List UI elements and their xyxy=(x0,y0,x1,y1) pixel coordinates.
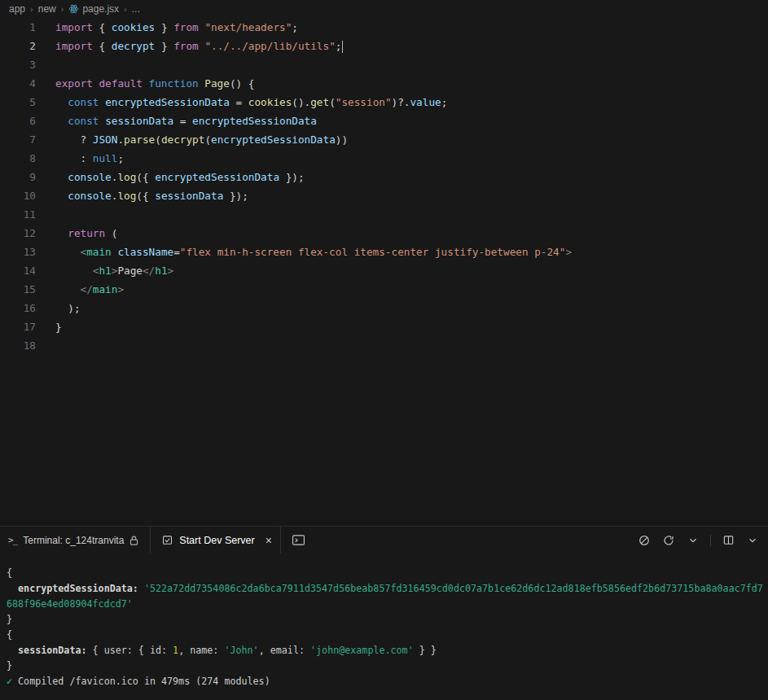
code-line[interactable]: 15 </main> xyxy=(0,280,768,299)
code-token: ; xyxy=(292,21,298,33)
shell-icon xyxy=(292,534,305,546)
code-token: log xyxy=(117,171,136,183)
code-text xyxy=(36,205,55,224)
code-token: ; xyxy=(117,152,124,164)
code-token: }); xyxy=(279,171,305,183)
terminal-tab-start-dev-server[interactable]: Start Dev Server × xyxy=(151,527,281,553)
code-line[interactable]: 12 return ( xyxy=(0,224,768,243)
terminal-line: } xyxy=(7,612,766,628)
code-line[interactable]: 1import { cookies } from "next/headers"; xyxy=(0,18,768,37)
code-token: decrypt xyxy=(112,40,155,52)
code-token: className xyxy=(117,246,173,258)
code-text: ); xyxy=(36,299,81,317)
code-token: ( xyxy=(112,227,118,239)
split-panel-icon[interactable] xyxy=(721,533,735,548)
code-text: } xyxy=(36,317,62,336)
line-number: 3 xyxy=(0,55,36,74)
breadcrumb-item-new[interactable]: new xyxy=(38,3,56,15)
code-token: = xyxy=(230,96,248,108)
code-line[interactable]: 6 const sessionData = encryptedSessionDa… xyxy=(0,112,768,130)
code-token: ; xyxy=(336,40,342,52)
terminal-text: } xyxy=(7,660,12,672)
terminal-text: } xyxy=(7,614,12,625)
code-token: > xyxy=(168,265,174,277)
code-line[interactable]: 5 const encryptedSessionData = cookies()… xyxy=(0,93,768,112)
code-token: )) xyxy=(336,133,348,146)
code-token: main xyxy=(93,283,118,295)
code-token: export xyxy=(55,77,99,90)
code-token: </ xyxy=(81,283,93,295)
code-line[interactable]: 8 : null; xyxy=(0,149,768,168)
terminal-line: encryptedSessionData: '522a72dd7354086c2… xyxy=(7,581,766,612)
code-line[interactable]: 10 console.log({ sessionData }); xyxy=(0,186,768,205)
code-token: } xyxy=(155,40,173,52)
code-line[interactable]: 2import { decrypt } from "../../app/lib/… xyxy=(0,37,768,55)
code-token: > xyxy=(565,246,572,258)
code-line[interactable]: 4export default function Page() { xyxy=(0,74,768,93)
code-token: function xyxy=(149,77,205,90)
line-number: 7 xyxy=(0,130,36,149)
code-text: return ( xyxy=(36,224,117,243)
code-token xyxy=(55,283,81,295)
code-token: parse xyxy=(124,133,155,146)
panel-collapse-icon[interactable] xyxy=(745,533,760,548)
code-token: ( xyxy=(204,133,211,146)
terminal-text: { xyxy=(7,629,12,641)
breadcrumb-item-file[interactable]: page.jsx xyxy=(68,3,119,15)
breadcrumb-file-label: page.jsx xyxy=(82,3,119,15)
chevron-down-icon[interactable] xyxy=(686,533,700,548)
close-tab-icon[interactable]: × xyxy=(266,535,272,546)
code-token: ( xyxy=(155,133,161,146)
breadcrumb-separator: › xyxy=(30,4,33,14)
code-token: return xyxy=(68,227,111,239)
line-number: 5 xyxy=(0,93,36,112)
line-number: 15 xyxy=(0,280,36,299)
code-line[interactable]: 7 ? JSON.parse(decrypt(encryptedSessionD… xyxy=(0,130,768,149)
code-line[interactable]: 18 xyxy=(0,336,768,355)
code-token xyxy=(55,171,68,183)
code-token: () { xyxy=(230,77,255,90)
code-line[interactable]: 9 console.log({ encryptedSessionData }); xyxy=(0,168,768,186)
code-line[interactable]: 14 <h1>Page</h1> xyxy=(0,261,768,280)
terminal-prompt-icon: >_ xyxy=(8,535,17,545)
code-token: { xyxy=(99,40,111,52)
terminal-line: ✓ Compiled /favicon.ico in 479ms (274 mo… xyxy=(7,674,766,689)
terminal-tab-label: Start Dev Server xyxy=(179,535,254,546)
code-token: decrypt xyxy=(161,133,204,146)
code-token: const xyxy=(68,96,105,108)
code-token: ); xyxy=(55,302,81,314)
line-number: 10 xyxy=(0,186,36,205)
code-token: import xyxy=(55,40,99,52)
code-line[interactable]: 13 <main className="flex min-h-screen fl… xyxy=(0,243,768,261)
terminal-text xyxy=(138,583,144,594)
breadcrumb-item-app[interactable]: app xyxy=(9,3,25,15)
terminal-text xyxy=(7,645,18,656)
code-text: export default function Page() { xyxy=(36,74,254,93)
breadcrumb-separator: › xyxy=(61,4,64,14)
code-token: console xyxy=(68,171,111,183)
code-token: get xyxy=(310,96,329,108)
terminal-panel-label: >_ Terminal: c_124tranvita xyxy=(0,527,151,553)
code-token: ?. xyxy=(397,96,410,108)
line-number: 14 xyxy=(0,261,36,280)
terminal-line: { xyxy=(7,566,766,581)
line-number: 16 xyxy=(0,299,36,317)
breadcrumb-item-symbol[interactable]: ... xyxy=(132,3,140,15)
code-token: ({ xyxy=(136,190,155,202)
code-text xyxy=(36,336,55,355)
code-line[interactable]: 17} xyxy=(0,317,768,336)
shell-terminal-tab[interactable] xyxy=(281,527,316,553)
code-line[interactable]: 3 xyxy=(0,55,768,74)
code-line[interactable]: 16 ); xyxy=(0,299,768,317)
code-text: const encryptedSessionData = cookies().g… xyxy=(36,93,447,112)
text-cursor xyxy=(342,41,343,53)
code-editor[interactable]: 1import { cookies } from "next/headers";… xyxy=(0,18,768,526)
code-line[interactable]: 11 xyxy=(0,205,768,224)
terminal-text: { user: { id: xyxy=(87,645,173,656)
breadcrumb-separator: › xyxy=(124,4,127,14)
clear-terminal-icon[interactable] xyxy=(637,533,652,548)
code-token: "flex min-h-screen flex-col items-center… xyxy=(180,246,566,258)
terminal-text: encryptedSessionData: xyxy=(18,583,138,594)
restart-icon[interactable] xyxy=(661,533,676,548)
terminal-output[interactable]: { encryptedSessionData: '522a72dd7354086… xyxy=(0,553,768,700)
